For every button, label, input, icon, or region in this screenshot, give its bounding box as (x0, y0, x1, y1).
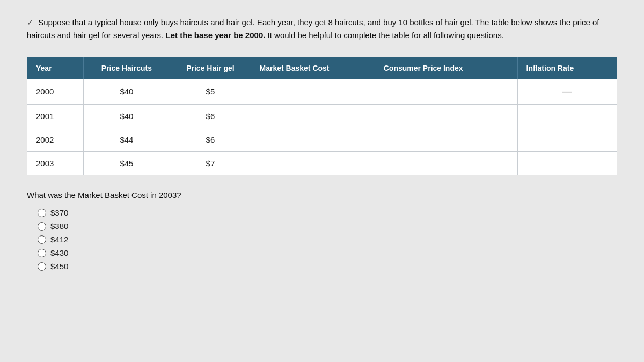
answer-options: $370$380$412$430$450 (27, 208, 617, 271)
radio-button[interactable] (38, 209, 46, 217)
cell-price-hairgel: $5 (170, 79, 251, 105)
cell-year: 2000 (27, 79, 83, 105)
cell-price-haircuts: $45 (83, 152, 170, 175)
cell-inflation (517, 128, 617, 152)
cell-inflation (517, 152, 617, 175)
checkmark-icon: ✓ (27, 18, 34, 27)
question-text: What was the Market Basket Cost in 2003? (27, 190, 617, 200)
radio-button[interactable] (38, 235, 46, 244)
cell-market-basket (251, 79, 375, 105)
intro-paragraph: ✓ Suppose that a typical house only buys… (27, 16, 617, 42)
table-row: 2003$45$7 (27, 152, 617, 175)
header-price-haircuts: Price Haircuts (83, 57, 170, 79)
cell-price-hairgel: $7 (170, 152, 251, 175)
answer-option[interactable]: $430 (38, 248, 617, 257)
header-price-hairgel: Price Hair gel (170, 57, 251, 79)
header-cpi: Consumer Price Index (375, 57, 517, 79)
radio-button[interactable] (38, 262, 46, 271)
intro-text-end: It would be helpful to complete the tabl… (268, 31, 504, 40)
answer-option[interactable]: $380 (38, 221, 617, 231)
option-label: $370 (50, 208, 68, 217)
radio-button[interactable] (38, 222, 46, 231)
table-row: 2000$40$5— (27, 79, 617, 105)
cell-inflation (517, 105, 617, 128)
header-market-basket: Market Basket Cost (251, 57, 375, 79)
cell-price-haircuts: $40 (83, 105, 170, 128)
cell-cpi (375, 152, 517, 175)
page-content: ✓ Suppose that a typical house only buys… (27, 16, 617, 271)
cell-year: 2003 (27, 152, 83, 175)
option-label: $450 (50, 262, 68, 271)
table-row: 2002$44$6 (27, 128, 617, 152)
cell-price-haircuts: $40 (83, 79, 170, 105)
cell-year: 2001 (27, 105, 83, 128)
table-body: 2000$40$5—2001$40$62002$44$62003$45$7 (27, 79, 617, 175)
data-table-container: Year Price Haircuts Price Hair gel Marke… (27, 57, 617, 175)
cell-price-haircuts: $44 (83, 128, 170, 152)
answer-option[interactable]: $412 (38, 235, 617, 244)
option-label: $380 (50, 221, 68, 231)
cell-inflation: — (517, 79, 617, 105)
cell-price-hairgel: $6 (170, 105, 251, 128)
cell-year: 2002 (27, 128, 83, 152)
cell-market-basket (251, 128, 375, 152)
table-header-row: Year Price Haircuts Price Hair gel Marke… (27, 57, 617, 79)
answer-option[interactable]: $450 (38, 262, 617, 271)
cell-cpi (375, 79, 517, 105)
radio-button[interactable] (38, 249, 46, 257)
cell-market-basket (251, 152, 375, 175)
data-table: Year Price Haircuts Price Hair gel Marke… (27, 57, 617, 175)
header-year: Year (27, 57, 83, 79)
cell-price-hairgel: $6 (170, 128, 251, 152)
header-inflation: Inflation Rate (517, 57, 617, 79)
option-label: $430 (50, 248, 68, 257)
cell-cpi (375, 105, 517, 128)
table-row: 2001$40$6 (27, 105, 617, 128)
cell-cpi (375, 128, 517, 152)
intro-bold: Let the base year be 2000. (165, 31, 265, 40)
option-label: $412 (50, 235, 68, 244)
cell-market-basket (251, 105, 375, 128)
answer-option[interactable]: $370 (38, 208, 617, 217)
